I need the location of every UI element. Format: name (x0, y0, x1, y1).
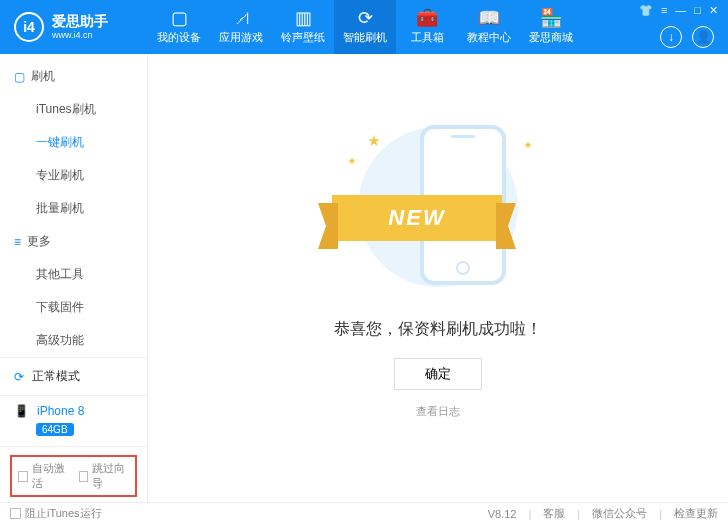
nav-tutorials[interactable]: 📖 教程中心 (458, 0, 520, 54)
tshirt-icon[interactable]: 👕 (639, 4, 653, 17)
sidebar-item-pro-flash[interactable]: 专业刷机 (0, 159, 147, 192)
logo-box: i4 爱思助手 www.i4.cn (0, 0, 148, 54)
sidebar-item-advanced[interactable]: 高级功能 (0, 324, 147, 357)
flash-icon: ⟳ (358, 9, 373, 27)
user-button[interactable]: 👤 (692, 26, 714, 48)
window-controls: 👕 ≡ — □ ✕ (639, 4, 718, 17)
nav-toolbox[interactable]: 🧰 工具箱 (396, 0, 458, 54)
brand-url: www.i4.cn (52, 30, 108, 41)
mode-indicator[interactable]: ⟳ 正常模式 (0, 357, 147, 395)
logo-icon: i4 (14, 12, 44, 42)
skip-guide-checkbox[interactable]: 跳过向导 (79, 461, 130, 491)
phone-icon: ▢ (171, 9, 188, 27)
view-log-link[interactable]: 查看日志 (416, 404, 460, 419)
sidebar-item-itunes-flash[interactable]: iTunes刷机 (0, 93, 147, 126)
block-itunes-checkbox[interactable]: 阻止iTunes运行 (10, 506, 102, 521)
status-bar: 阻止iTunes运行 V8.12 | 客服 | 微信公众号 | 检查更新 (0, 502, 728, 524)
store-icon: 🏪 (540, 9, 562, 27)
auto-activate-checkbox[interactable]: 自动激活 (18, 461, 69, 491)
ok-button[interactable]: 确定 (394, 358, 482, 390)
maximize-icon[interactable]: □ (694, 4, 701, 17)
sidebar-group-more: ≡ 更多 (0, 225, 147, 258)
toolbox-icon: 🧰 (416, 9, 438, 27)
close-icon[interactable]: ✕ (709, 4, 718, 17)
hamburger-icon: ≡ (14, 235, 21, 249)
device-info[interactable]: 📱 iPhone 8 64GB (0, 395, 147, 446)
storage-badge: 64GB (36, 423, 74, 436)
minimize-icon[interactable]: — (675, 4, 686, 17)
sidebar-item-other-tools[interactable]: 其他工具 (0, 258, 147, 291)
success-illustration: NEW (338, 117, 538, 297)
check-update-link[interactable]: 检查更新 (674, 506, 718, 521)
sidebar-item-download-firmware[interactable]: 下载固件 (0, 291, 147, 324)
success-message: 恭喜您，保资料刷机成功啦！ (334, 319, 542, 340)
sidebar-group-flash: ▢ 刷机 (0, 60, 147, 93)
new-ribbon: NEW (332, 195, 502, 241)
highlighted-options: 自动激活 跳过向导 (10, 455, 137, 497)
menu-icon[interactable]: ≡ (661, 4, 667, 17)
sidebar: ▢ 刷机 iTunes刷机 一键刷机 专业刷机 批量刷机 ≡ 更多 其他工具 下… (0, 54, 148, 502)
apps-icon: ⩘ (232, 9, 250, 27)
top-nav: ▢ 我的设备 ⩘ 应用游戏 ▥ 铃声壁纸 ⟳ 智能刷机 🧰 工具箱 📖 教程中心… (148, 0, 582, 54)
support-link[interactable]: 客服 (543, 506, 565, 521)
nav-store[interactable]: 🏪 爱思商城 (520, 0, 582, 54)
device-phone-icon: 📱 (14, 404, 29, 418)
brand-name: 爱思助手 (52, 13, 108, 30)
download-button[interactable]: ↓ (660, 26, 682, 48)
nav-my-device[interactable]: ▢ 我的设备 (148, 0, 210, 54)
main-content: NEW 恭喜您，保资料刷机成功啦！ 确定 查看日志 (148, 54, 728, 502)
nav-ringtones[interactable]: ▥ 铃声壁纸 (272, 0, 334, 54)
wechat-link[interactable]: 微信公众号 (592, 506, 647, 521)
nav-flash[interactable]: ⟳ 智能刷机 (334, 0, 396, 54)
phone-outline-icon: ▢ (14, 70, 25, 84)
refresh-icon: ⟳ (14, 370, 24, 384)
sidebar-item-oneclick-flash[interactable]: 一键刷机 (0, 126, 147, 159)
version-label: V8.12 (488, 508, 517, 520)
book-icon: 📖 (478, 9, 500, 27)
app-header: i4 爱思助手 www.i4.cn ▢ 我的设备 ⩘ 应用游戏 ▥ 铃声壁纸 ⟳… (0, 0, 728, 54)
nav-apps[interactable]: ⩘ 应用游戏 (210, 0, 272, 54)
ringtone-icon: ▥ (295, 9, 312, 27)
sidebar-item-batch-flash[interactable]: 批量刷机 (0, 192, 147, 225)
